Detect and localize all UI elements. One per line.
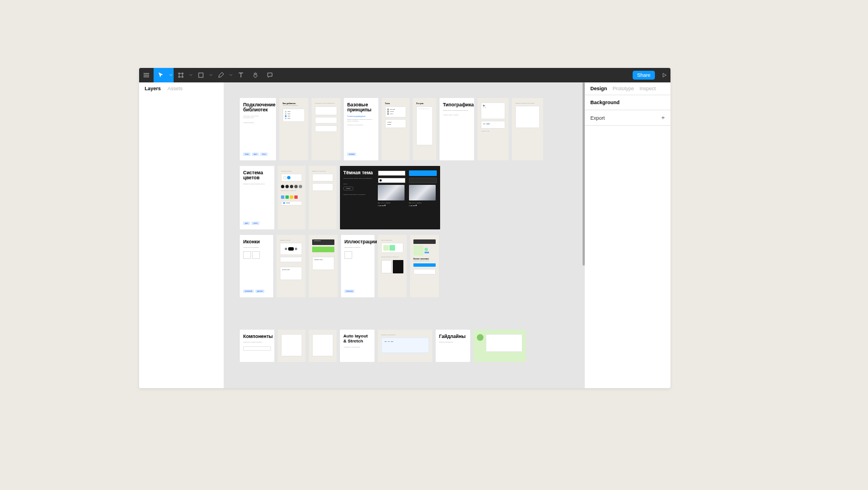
row-2: Система цветов Палитра и семантические т… [240, 166, 585, 229]
frame-autolayout[interactable]: Auto layout & Stretch Автолейаут и растя… [340, 330, 374, 362]
mini-panel: Tag chip [481, 121, 505, 129]
mini-text: Стили текста и правила использования [443, 110, 471, 111]
card-title: Иконки [243, 239, 270, 244]
share-button[interactable]: Share [633, 71, 655, 80]
card-text: по подключению [243, 117, 273, 119]
frame-tool-chevron[interactable] [188, 74, 194, 77]
card-link: Ссылка на руководство [347, 115, 375, 117]
text-tool-button[interactable] [234, 68, 248, 82]
plus-icon[interactable]: + [662, 115, 665, 121]
right-panel-tabs: Design Prototype Inspect [585, 82, 670, 95]
card-title: Система цветов [243, 170, 271, 181]
mini-text: Правила оформления [439, 341, 467, 343]
tab-assets[interactable]: Assets [167, 86, 183, 91]
mini-panel [315, 106, 337, 115]
frame-dark-theme[interactable]: Тёмная тема Использование тёмной темы в … [340, 166, 440, 229]
mini-text: Компоненты дизайн-системы [243, 341, 271, 343]
top-toolbar: Share [139, 68, 670, 82]
card-title: Типографика [443, 102, 471, 107]
card-title: Auto layout & Stretch [343, 334, 371, 344]
export-section[interactable]: Export + [585, 110, 670, 126]
tab-design[interactable]: Design [590, 86, 607, 91]
frame-icons-2[interactable]: Размеры иконок Выбор типа [277, 235, 305, 297]
shape-tool-chevron[interactable] [208, 74, 214, 77]
car-image [378, 185, 405, 200]
frame-comp-3[interactable] [309, 330, 337, 362]
card-title: Подключение библиотек [243, 102, 273, 113]
hand-tool-button[interactable] [248, 68, 263, 82]
mini-text: Подключите библиотеку [283, 105, 305, 106]
frame-typo-2[interactable]: Aa 14 / 20 Tag chip Ag Bb Cc 123 [477, 98, 509, 160]
card-title: Тёмная тема [343, 170, 374, 175]
pen-tool-button[interactable] [214, 68, 228, 82]
tag-row: цвет токен [243, 218, 271, 225]
swatch-row [281, 185, 302, 188]
tag: тема [243, 153, 250, 156]
left-panel: Layers Assets [139, 82, 224, 388]
mini-panel [312, 174, 333, 182]
frame-icons-3[interactable]: Контейнер Вложенность [309, 235, 338, 297]
tag: цвет [252, 153, 259, 156]
frame-principles-3[interactable]: Отступы 4 · 8 · 12 · 16 · 24 · 32 [413, 98, 436, 160]
frame-illustrations[interactable]: Иллюстрации Пиктограммы и картинки иллюс… [341, 235, 374, 297]
menu-button[interactable] [139, 68, 154, 82]
tag: основной [243, 290, 254, 293]
frame-typo-3[interactable]: Примеры применения стилей [512, 98, 543, 160]
mini-panel [312, 183, 333, 191]
mini-text: Примеры применения стилей [515, 102, 540, 104]
frame-libs-2[interactable]: Как добавить Подключите библиотеку item … [279, 98, 308, 160]
pen-tool-chevron[interactable] [228, 74, 234, 77]
frame-comp-2[interactable] [278, 330, 305, 362]
comment-tool-button[interactable] [263, 68, 277, 82]
mini-panel: Margin Gutter [385, 119, 406, 128]
frame-libraries[interactable]: Подключение библиотек Описание и инструк… [240, 98, 276, 160]
frame-colors-3[interactable]: Варианты состояний [309, 166, 337, 229]
mini-panel: 8px grid 12 col 24px [385, 106, 406, 117]
frame-typography[interactable]: Типографика Стили текста и правила испол… [440, 98, 474, 160]
frame-auto-2[interactable]: Примеры реализации row · col · gap [378, 330, 432, 362]
move-tool-chevron[interactable] [168, 68, 174, 82]
mini-text: Выберите нужные компоненты [315, 102, 337, 104]
tag: основы [347, 153, 356, 156]
swatch-row [281, 195, 302, 199]
frame-guidelines[interactable]: Гайдлайны Правила оформления [436, 330, 470, 362]
mini-panel [515, 106, 540, 128]
mini-text: Тип и стилистика [381, 239, 403, 241]
mini-text: Переключение темы в настройках [343, 194, 374, 195]
frame-components[interactable]: Компоненты Компоненты дизайн-системы [240, 330, 274, 362]
left-panel-tabs: Layers Assets [139, 82, 224, 95]
mini-text: Heading / Body / Caption [443, 114, 471, 116]
present-button[interactable] [658, 68, 670, 82]
mini-text: Палитра и семантические токены [243, 183, 271, 185]
mini-panel [281, 174, 302, 182]
frame-icons[interactable]: Иконки Набор иконок и правила основной д… [240, 235, 273, 297]
frame-libs-3[interactable]: Выберите нужные компоненты [312, 98, 341, 160]
canvas[interactable]: Подключение библиотек Описание и инструк… [224, 82, 585, 388]
mini-panel [280, 257, 302, 262]
tab-inspect[interactable]: Inspect [640, 86, 656, 91]
frame-colors-2[interactable]: Основные цвета [278, 166, 305, 229]
frame-illus-3[interactable]: Контент заголовок Краткое описание блока [410, 235, 439, 297]
mini-panel: 4 · 8 · 12 · 16 · 24 · 32 [416, 106, 433, 145]
card-text: и использованию [243, 122, 273, 124]
tag: иллюстр [344, 290, 354, 293]
mini-text: Примеры реализации [381, 334, 429, 336]
tab-layers[interactable]: Layers [145, 86, 161, 91]
frame-principles[interactable]: Базовые принципы Ссылка на руководство Б… [344, 98, 378, 160]
shape-tool-button[interactable] [194, 68, 208, 82]
frame-guide-2[interactable] [474, 330, 526, 362]
mini-text: Базовые правила и принципы работы с диза… [347, 119, 375, 122]
background-section[interactable]: Background [585, 95, 670, 110]
mini-text: Использование в карточках [381, 256, 403, 258]
frame-tool-button[interactable] [174, 68, 188, 82]
tag-row: тема цвет текст [243, 149, 273, 156]
row-1: Подключение библиотек Описание и инструк… [240, 98, 585, 160]
move-tool-button[interactable] [154, 68, 168, 82]
tab-prototype[interactable]: Prototype [613, 86, 634, 91]
frame-illus-2[interactable]: Тип и стилистика Использование в карточк… [378, 235, 407, 297]
tag-row: основной дополн [243, 286, 270, 293]
tag: текст [260, 153, 268, 156]
frame-principles-2[interactable]: Сетка 8px grid 12 col 24px Margin Gutter [382, 98, 410, 160]
mini-panel: item item item item [283, 109, 305, 122]
frame-colors[interactable]: Система цветов Палитра и семантические т… [240, 166, 274, 229]
